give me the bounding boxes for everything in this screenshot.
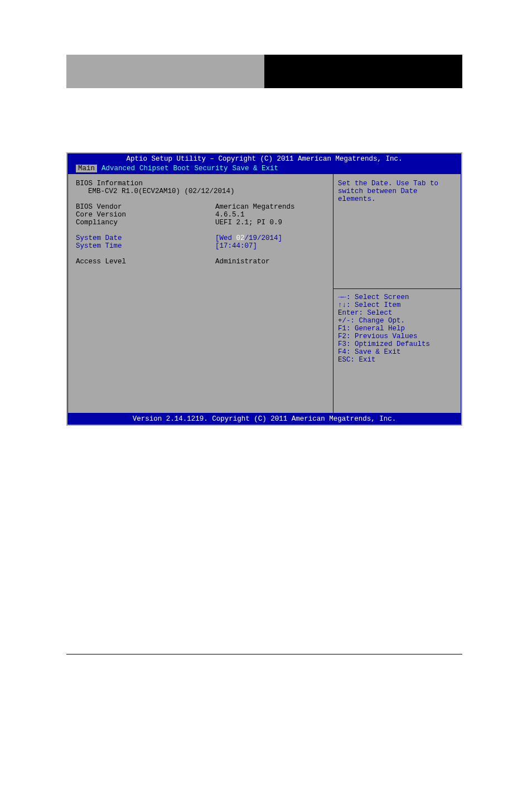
- nav-select-item: ↑↓: Select Item: [338, 301, 456, 309]
- tab-security[interactable]: Security: [195, 165, 228, 172]
- row-vendor: BIOS Vendor American Megatrends: [76, 203, 325, 211]
- tab-chipset[interactable]: Chipset: [139, 165, 169, 172]
- value-compliancy: UEFI 2.1; PI 0.9: [215, 219, 325, 227]
- label-access-level: Access Level: [76, 258, 215, 266]
- value-system-date[interactable]: [Wed 02/19/2014]: [215, 234, 325, 242]
- bios-window: Aptio Setup Utility – Copyright (C) 2011…: [66, 152, 462, 426]
- bios-tab-bar: MainAdvancedChipsetBootSecuritySave & Ex…: [67, 165, 461, 174]
- value-core-version: 4.6.5.1: [215, 211, 325, 219]
- bios-help-text: Set the Date. Use Tab to switch between …: [333, 174, 461, 288]
- value-access-level: Administrator: [215, 258, 325, 266]
- chapter-header-left: [66, 55, 264, 88]
- row-compliancy: Compliancy UEFI 2.1; PI 0.9: [76, 219, 325, 227]
- label-system-time: System Time: [76, 242, 215, 250]
- nav-enter: Enter: Select: [338, 309, 456, 317]
- label-compliancy: Compliancy: [76, 219, 215, 227]
- nav-select-screen: →←: Select Screen: [338, 293, 456, 301]
- bios-footer: Version 2.14.1219. Copyright (C) 2011 Am…: [67, 413, 461, 425]
- nav-esc: ESC: Exit: [338, 356, 456, 364]
- nav-optimized-defaults: F3: Optimized Defaults: [338, 340, 456, 348]
- chapter-header-bar: [66, 55, 462, 88]
- page-footer-rule: [66, 654, 462, 654]
- bios-help-panel: Set the Date. Use Tab to switch between …: [333, 174, 461, 413]
- tab-advanced[interactable]: Advanced: [101, 165, 135, 172]
- tab-main[interactable]: Main: [76, 165, 97, 172]
- label-system-date: System Date: [76, 234, 215, 242]
- date-month-selected[interactable]: 02: [236, 234, 245, 242]
- bios-main-panel: BIOS Information EMB-CV2 R1.0(ECV2AM10) …: [67, 174, 333, 413]
- chapter-header-right: [264, 55, 462, 88]
- value-bios-vendor: American Megatrends: [215, 203, 325, 211]
- row-system-time[interactable]: System Time [17:44:07]: [76, 242, 325, 250]
- bios-nav-help: →←: Select Screen ↑↓: Select Item Enter:…: [333, 289, 461, 413]
- bios-body: BIOS Information EMB-CV2 R1.0(ECV2AM10) …: [67, 174, 461, 413]
- bios-board-id: EMB-CV2 R1.0(ECV2AM10) (02/12/2014): [76, 187, 325, 195]
- tab-boot[interactable]: Boot: [173, 165, 190, 172]
- value-system-time[interactable]: [17:44:07]: [215, 242, 325, 250]
- label-core-version: Core Version: [76, 211, 215, 219]
- bios-info-heading: BIOS Information: [76, 180, 325, 187]
- nav-save-exit: F4: Save & Exit: [338, 348, 456, 356]
- nav-change-opt: +/-: Change Opt.: [338, 317, 456, 325]
- bios-title: Aptio Setup Utility – Copyright (C) 2011…: [67, 153, 461, 165]
- row-system-date[interactable]: System Date [Wed 02/19/2014]: [76, 234, 325, 242]
- tab-saveexit[interactable]: Save & Exit: [233, 165, 279, 172]
- nav-general-help: F1: General Help: [338, 325, 456, 333]
- row-access: Access Level Administrator: [76, 258, 325, 266]
- row-core: Core Version 4.6.5.1: [76, 211, 325, 219]
- nav-previous-values: F2: Previous Values: [338, 333, 456, 340]
- label-bios-vendor: BIOS Vendor: [76, 203, 215, 211]
